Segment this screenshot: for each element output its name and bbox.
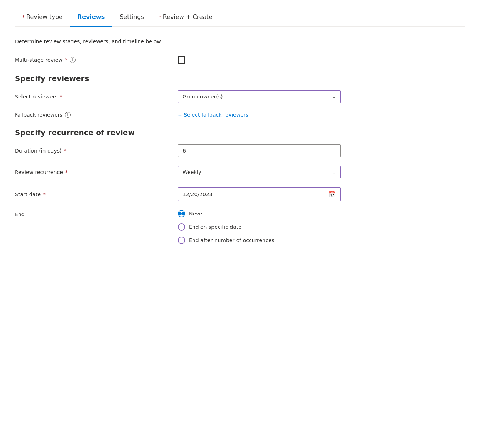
end-never-radio[interactable] <box>178 210 185 217</box>
tab-reviews-label: Reviews <box>77 13 105 20</box>
end-occurrences-option[interactable]: End after number of occurrences <box>178 237 341 244</box>
start-date-input[interactable]: 12/20/2023 📅 <box>178 187 341 201</box>
recurrence-required-star: * <box>65 169 68 175</box>
end-occurrences-radio[interactable] <box>178 237 185 244</box>
end-row: End Never End on specific date <box>15 210 465 244</box>
duration-value: 6 <box>183 148 186 154</box>
recurrence-value: Weekly <box>183 169 201 175</box>
tab-reviews[interactable]: Reviews <box>70 9 112 26</box>
tab-review-type[interactable]: * Review type <box>15 9 70 26</box>
select-reviewers-chevron-icon: ⌄ <box>332 94 336 99</box>
multi-stage-control <box>178 56 341 64</box>
tab-review-type-label: Review type <box>26 13 63 20</box>
start-date-required-star: * <box>43 191 46 197</box>
end-label: End <box>15 210 178 217</box>
select-reviewers-row: Select reviewers * Group owner(s) ⌄ <box>15 90 465 103</box>
fallback-reviewers-info-icon[interactable]: i <box>65 112 71 118</box>
end-specific-date-option[interactable]: End on specific date <box>178 223 341 231</box>
multi-stage-label-container: Multi-stage review * i <box>15 57 178 63</box>
duration-input[interactable]: 6 <box>178 144 341 157</box>
duration-row: Duration (in days) * 6 <box>15 144 465 157</box>
end-never-label: Never <box>189 211 204 217</box>
fallback-reviewers-label: Fallback reviewers <box>15 112 63 118</box>
page-description: Determine review stages, reviewers, and … <box>15 39 465 44</box>
select-reviewers-required-star: * <box>60 94 63 100</box>
specify-reviewers-section: Specify reviewers Select reviewers * Gro… <box>15 74 465 118</box>
recurrence-dropdown[interactable]: Weekly ⌄ <box>178 166 341 178</box>
start-date-control: 12/20/2023 📅 <box>178 187 341 201</box>
start-date-value: 12/20/2023 <box>183 191 213 197</box>
tab-review-create[interactable]: * Review + Create <box>151 9 220 26</box>
required-star-review-type: * <box>22 14 25 20</box>
multi-stage-info-icon[interactable]: i <box>70 57 76 63</box>
select-reviewers-label: Select reviewers <box>15 94 58 100</box>
multi-stage-row: Multi-stage review * i <box>15 56 465 64</box>
end-occurrences-label: End after number of occurrences <box>189 237 274 243</box>
recurrence-label: Review recurrence <box>15 169 63 175</box>
specify-reviewers-heading: Specify reviewers <box>15 74 465 83</box>
fallback-reviewers-control: + Select fallback reviewers <box>178 112 341 118</box>
select-reviewers-label-container: Select reviewers * <box>15 94 178 100</box>
select-reviewers-control: Group owner(s) ⌄ <box>178 90 341 103</box>
duration-label: Duration (in days) <box>15 148 61 154</box>
required-star-review-create: * <box>159 14 161 20</box>
multi-stage-label: Multi-stage review <box>15 57 63 63</box>
tab-settings-label: Settings <box>120 13 144 20</box>
tab-review-create-label: Review + Create <box>163 13 213 20</box>
fallback-reviewers-row: Fallback reviewers i + Select fallback r… <box>15 112 465 118</box>
duration-control: 6 <box>178 144 341 157</box>
end-never-option[interactable]: Never <box>178 210 341 217</box>
multi-stage-required-star: * <box>65 57 67 63</box>
tab-settings[interactable]: Settings <box>112 9 151 26</box>
recurrence-control: Weekly ⌄ <box>178 166 341 178</box>
duration-required-star: * <box>64 148 66 154</box>
wizard-nav: * Review type Reviews Settings * Review … <box>15 9 465 27</box>
multi-stage-checkbox[interactable] <box>178 56 185 64</box>
select-reviewers-value: Group owner(s) <box>183 94 223 100</box>
select-fallback-reviewers-link[interactable]: + Select fallback reviewers <box>178 112 249 118</box>
end-specific-date-label: End on specific date <box>189 224 241 230</box>
recurrence-row: Review recurrence * Weekly ⌄ <box>15 166 465 178</box>
specify-recurrence-heading: Specify recurrence of review <box>15 128 465 137</box>
calendar-icon: 📅 <box>329 191 336 198</box>
fallback-reviewers-label-container: Fallback reviewers i <box>15 112 178 118</box>
start-date-label-container: Start date * <box>15 191 178 197</box>
specify-recurrence-section: Specify recurrence of review Duration (i… <box>15 128 465 244</box>
end-specific-date-radio[interactable] <box>178 223 185 231</box>
select-reviewers-dropdown[interactable]: Group owner(s) ⌄ <box>178 90 341 103</box>
page-container: * Review type Reviews Settings * Review … <box>0 0 480 262</box>
recurrence-label-container: Review recurrence * <box>15 169 178 175</box>
end-control: Never End on specific date End after num… <box>178 210 341 244</box>
recurrence-chevron-icon: ⌄ <box>332 170 336 175</box>
start-date-row: Start date * 12/20/2023 📅 <box>15 187 465 201</box>
end-radio-group: Never End on specific date End after num… <box>178 210 341 244</box>
start-date-label: Start date <box>15 191 41 197</box>
duration-label-container: Duration (in days) * <box>15 148 178 154</box>
